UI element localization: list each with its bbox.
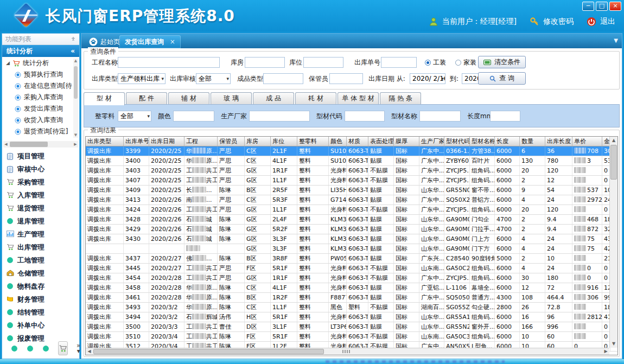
table-row[interactable]: 调拨出库34132020/2/26南...严思C区5R3F整料G71422606… — [86, 195, 617, 205]
tree-item-发货出库查询[interactable]: 发货出库查询 — [3, 103, 73, 114]
table-row[interactable]: 调拨出库34002020/2/25华原...严思C区4L1F整料SU10...6… — [86, 156, 617, 166]
sidebar-module-物料盘存[interactable]: 物料盘存 — [3, 280, 76, 293]
table-row[interactable]: 调拨出库34032020/2/25工共工程严思G区1R1F整料光身料6063-T… — [86, 166, 617, 176]
profile-code-input[interactable] — [345, 111, 385, 122]
column-header-整零料[interactable]: 整零料 — [297, 137, 329, 146]
sidebar-module-采购管理[interactable]: 采购管理 — [3, 176, 76, 189]
tree-item-收货入库查询[interactable]: 收货入库查询 — [3, 114, 73, 126]
material-tab-隔热条[interactable]: 隔 热 条 — [380, 92, 421, 104]
table-row[interactable]: 调拨出库34542020/2/28工共工程严思G区1R1F整料光身料6063-T… — [86, 273, 617, 283]
column-header-工程[interactable]: 工程 — [184, 137, 218, 146]
sidebar-section-statistics[interactable]: 统计分析 « — [2, 45, 79, 57]
cart-toolbar-button[interactable] — [58, 341, 68, 355]
tab-list-chevron-icon[interactable]: ▼ — [614, 37, 618, 43]
length-input[interactable] — [490, 111, 520, 122]
table-row[interactable]: 调拨出库34582020/2/28华原...陈琳C区4L1F整料光身料6063-… — [86, 283, 617, 293]
column-header-长度[interactable]: 长度 — [495, 137, 520, 146]
tab-close-icon[interactable]: × — [170, 35, 175, 48]
dot-icon[interactable] — [42, 345, 49, 352]
tree-horizontal-scrollbar[interactable]: ◀ ▶ — [3, 141, 78, 148]
column-header-膜厚[interactable]: 膜厚 — [394, 137, 419, 146]
collapse-icon[interactable]: « — [71, 45, 75, 57]
table-row[interactable]: G区3L3F整料KLM38176063-T5贴膜国标山东华...GA90M09.… — [86, 244, 617, 254]
sidebar-module-出库管理[interactable]: 出库管理 — [3, 241, 76, 254]
table-row[interactable]: 调拨出库34942020/3/2石辉城汤伟H区5R1F整料光身料6063-T5贴… — [86, 312, 617, 322]
whole-piece-select[interactable]: 全部 — [118, 111, 151, 122]
column-header-单价[interactable]: 单价 — [572, 137, 602, 146]
sidebar-module-退货管理[interactable]: 退货管理 — [3, 202, 76, 215]
tree-vertical-scrollbar[interactable]: ▲ ▼ — [73, 59, 78, 138]
tree-item-采购入库查询[interactable]: 采购入库查询 — [3, 92, 73, 103]
pin-icon[interactable] — [71, 36, 76, 42]
close-button[interactable]: × — [609, 2, 621, 11]
dot-icon[interactable] — [11, 345, 18, 352]
table-row[interactable]: 调拨出库34302020/2/26石城陈琳G区3L3F整料KLM38176063… — [86, 234, 617, 244]
column-header-材质[interactable]: 材质 — [347, 137, 368, 146]
table-row[interactable]: 调拨出库34372020/2/27佛...陈琳B区3R8F整料PW056063-… — [86, 254, 617, 264]
table-row[interactable]: 调拨出库33992020/2/25华原...严思C区2L1F整料SU10...6… — [86, 146, 617, 156]
column-header-库位[interactable]: 库位 — [271, 137, 297, 146]
radio-homewear[interactable]: 家装 — [455, 57, 476, 68]
grid-vertical-scrollbar[interactable]: ▲ ▼ — [609, 137, 617, 348]
sidebar-module-审核中心[interactable]: 审核中心 — [3, 163, 76, 176]
sidebar-module-项目管理[interactable]: 项目管理 — [3, 150, 76, 163]
sidebar-module-生产管理[interactable]: 生产管理 — [3, 228, 76, 241]
minimize-button[interactable]: ─ — [582, 2, 594, 11]
date-from-select[interactable]: 2020/ 2/16 — [410, 73, 445, 84]
column-header-出库长度[interactable]: 出库长度 — [545, 137, 572, 146]
tab-shipment-query[interactable]: 发货出库查询 × — [119, 35, 181, 48]
scroll-right-icon[interactable]: ▶ — [73, 141, 78, 148]
column-header-生产厂家[interactable]: 生产厂家 — [419, 137, 444, 146]
sidebar-module-工地管理[interactable]: 工地管理 — [3, 254, 76, 267]
column-header-出库单号[interactable]: 出库单号 — [124, 137, 149, 146]
sidebar-module-退库管理[interactable]: 退库管理 — [3, 215, 76, 228]
tree-item-预算执行查询[interactable]: 预算执行查询 — [3, 69, 73, 80]
more-chevron-icon[interactable]: »▾ — [77, 343, 80, 354]
keeper-input[interactable] — [329, 73, 363, 84]
color-input[interactable] — [173, 111, 214, 122]
tree-root-statistics[interactable]: ◢ 统计分析 — [3, 58, 73, 69]
column-header-数量[interactable]: 数量 — [520, 137, 545, 146]
table-row[interactable]: 调拨出库34932020/3/2华原...陈琳C区1L1F整料黑色塑料不贴膜国标… — [86, 303, 617, 312]
scroll-right-icon[interactable]: ▶ — [602, 348, 609, 355]
out-type-select[interactable]: 生产领料出库 — [118, 73, 165, 84]
column-header-出库类型[interactable]: 出库类型 — [86, 137, 124, 146]
material-tab-型材[interactable]: 型 材 — [84, 92, 125, 105]
tree-item-在途信息查询[待[interactable]: 在途信息查询[待 — [3, 80, 73, 92]
scroll-left-icon[interactable]: ◀ — [3, 141, 9, 148]
table-row[interactable]: 调拨出库34292020/2/26石城陈琳G区5R2F整料KLM38176063… — [86, 225, 617, 234]
sidebar-module-入库管理[interactable]: 入库管理 — [3, 189, 76, 202]
material-tab-辅材[interactable]: 辅 材 — [168, 92, 209, 104]
material-tab-成品[interactable]: 成 品 — [253, 92, 294, 104]
table-row[interactable]: 调拨出库35002020/3/3工共工程曹佳D区3L1F整料LT3P606063… — [86, 322, 617, 332]
column-header-表面处理[interactable]: 表面处理 — [368, 137, 394, 146]
table-row[interactable]: 调拨出库34072020/2/25工共工程严思G区1L1F整料光身料6063-T… — [86, 176, 617, 186]
warehouse-input[interactable] — [245, 57, 285, 68]
column-header-型材名称[interactable]: 型材名称 — [470, 137, 495, 146]
scroll-up-icon[interactable]: ▲ — [73, 59, 78, 63]
dot-icon[interactable] — [27, 345, 34, 352]
column-header-出库日期[interactable]: 出库日期 — [149, 137, 184, 146]
sidebar-module-财务管理[interactable]: 财务管理 — [3, 293, 76, 306]
maximize-button[interactable]: □ — [596, 2, 608, 11]
scroll-up-icon[interactable]: ▲ — [610, 137, 617, 144]
tree-expander-icon[interactable]: ◢ — [6, 58, 10, 69]
column-header-库房[interactable]: 库房 — [245, 137, 271, 146]
location-input[interactable] — [303, 57, 343, 68]
tree-item-退货查询[待定][interactable]: 退货查询[待定] — [3, 126, 73, 137]
maker-input[interactable] — [249, 111, 310, 122]
material-tab-耗材[interactable]: 耗 材 — [295, 92, 336, 104]
table-row[interactable]: 调拨出库34282020/2/26石城陈琳G区2L4F整料KLM38176063… — [86, 215, 617, 225]
table-row[interactable]: 调拨出库34612020/2/28华原...陈琳B区1R2F整料F8877FT6… — [86, 293, 617, 303]
material-tab-配件[interactable]: 配 件 — [126, 92, 167, 104]
order-no-input[interactable] — [381, 57, 417, 68]
product-type-input[interactable] — [263, 73, 303, 84]
sidebar-module-结转管理[interactable]: 结转管理 — [3, 306, 76, 319]
radio-workwear[interactable]: 工装 — [425, 57, 446, 68]
sidebar-module-仓储管理[interactable]: 仓储管理 — [3, 267, 76, 280]
table-row[interactable]: 调拨出库34092020/2/25长...陈琳B区2R5F整料LI35HD606… — [86, 186, 617, 195]
clear-conditions-button[interactable]: 清空条件 — [478, 56, 526, 68]
material-tab-单体型材[interactable]: 单 体 型 材 — [338, 92, 379, 104]
scroll-down-icon[interactable]: ▼ — [73, 133, 78, 138]
table-row[interactable]: 调拨出库35102020/3/4工共工程陈琳F区5R1F整料光身料6063-T5… — [86, 332, 617, 342]
